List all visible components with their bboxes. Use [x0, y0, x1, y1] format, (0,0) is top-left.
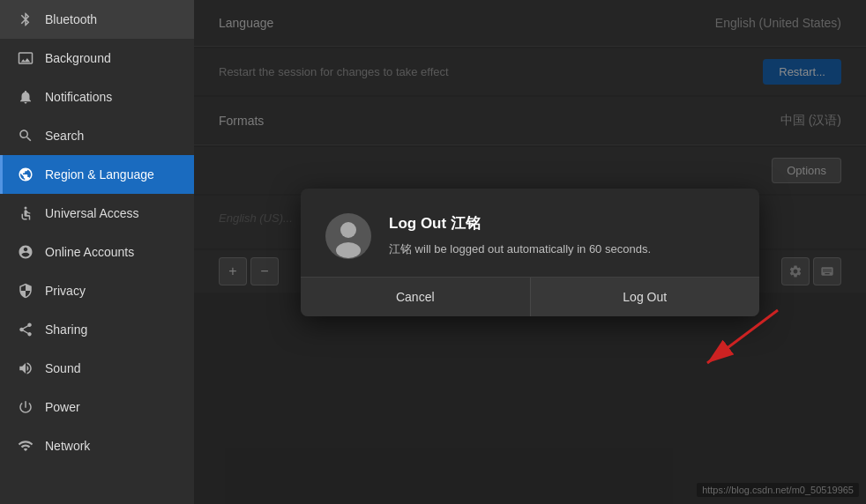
- sidebar-item-notifications-label: Notifications: [45, 90, 112, 104]
- sharing-icon: [17, 321, 34, 338]
- sidebar-item-region-language-label: Region & Language: [45, 167, 154, 182]
- notifications-icon: [17, 88, 34, 106]
- sidebar-item-power[interactable]: Power: [0, 388, 194, 426]
- bluetooth-icon: [17, 11, 34, 28]
- sidebar-item-sharing-label: Sharing: [45, 322, 87, 337]
- sidebar-item-power-label: Power: [45, 400, 80, 414]
- svg-point-3: [336, 242, 361, 258]
- background-icon: [17, 49, 34, 67]
- dialog-title: Log Out 江铭: [389, 213, 735, 233]
- sidebar-item-online-accounts[interactable]: Online Accounts: [0, 233, 194, 271]
- sidebar-item-privacy-label: Privacy: [45, 284, 86, 298]
- privacy-icon: [17, 282, 34, 300]
- sidebar-item-notifications[interactable]: Notifications: [0, 78, 194, 116]
- sidebar-item-background-label: Background: [45, 51, 111, 65]
- sidebar-item-background[interactable]: Background: [0, 39, 194, 78]
- dialog-message: 江铭 will be logged out automatically in 6…: [389, 241, 735, 258]
- sound-icon: [17, 359, 34, 377]
- sidebar-item-search-label: Search: [45, 129, 84, 143]
- sidebar-item-region-language[interactable]: Region & Language: [0, 155, 194, 194]
- sidebar-item-sound[interactable]: Sound: [0, 349, 194, 388]
- sidebar-item-privacy[interactable]: Privacy: [0, 271, 194, 310]
- dialog-buttons: Cancel Log Out: [301, 277, 759, 316]
- dialog-user-icon: [325, 213, 371, 259]
- sidebar-item-search[interactable]: Search: [0, 116, 194, 155]
- sidebar-item-sound-label: Sound: [45, 361, 80, 375]
- dialog-text-area: Log Out 江铭 江铭 will be logged out automat…: [389, 213, 735, 258]
- sidebar-item-bluetooth[interactable]: Bluetooth: [0, 0, 194, 39]
- universal-access-icon: [17, 204, 34, 222]
- sidebar-item-universal-access-label: Universal Access: [45, 206, 139, 220]
- sidebar-item-sharing[interactable]: Sharing: [0, 310, 194, 349]
- sidebar-item-online-accounts-label: Online Accounts: [45, 245, 134, 259]
- svg-point-0: [25, 207, 27, 210]
- svg-point-2: [340, 222, 356, 238]
- logout-dialog: Log Out 江铭 江铭 will be logged out automat…: [301, 189, 759, 316]
- sidebar-item-universal-access[interactable]: Universal Access: [0, 194, 194, 233]
- sidebar: Bluetooth Background Notifications Searc…: [0, 0, 194, 504]
- cancel-button[interactable]: Cancel: [301, 278, 531, 316]
- sidebar-item-network[interactable]: Network: [0, 426, 194, 465]
- region-icon: [17, 166, 34, 183]
- online-accounts-icon: [17, 243, 34, 261]
- dialog-overlay: Log Out 江铭 江铭 will be logged out automat…: [194, 0, 866, 504]
- sidebar-item-bluetooth-label: Bluetooth: [45, 12, 97, 26]
- logout-button[interactable]: Log Out: [531, 278, 760, 316]
- sidebar-item-network-label: Network: [45, 439, 90, 453]
- search-icon: [17, 127, 34, 145]
- power-icon: [17, 398, 34, 416]
- main-content: Language English (United States) Restart…: [194, 0, 866, 504]
- dialog-body: Log Out 江铭 江铭 will be logged out automat…: [301, 189, 759, 277]
- network-icon: [17, 437, 34, 455]
